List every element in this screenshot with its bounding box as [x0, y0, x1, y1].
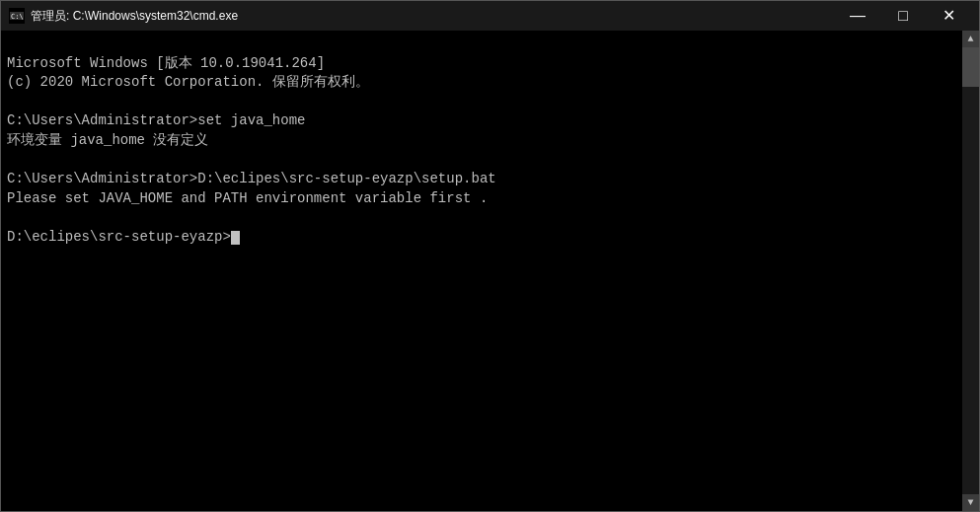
cmd-icon: C:\: [9, 8, 25, 24]
terminal-output[interactable]: Microsoft Windows [版本 10.0.19041.264] (c…: [1, 31, 962, 511]
close-button[interactable]: ✕: [926, 1, 971, 31]
terminal-cursor: [231, 231, 240, 245]
svg-text:C:\: C:\: [11, 13, 24, 21]
maximize-button[interactable]: □: [880, 1, 926, 31]
title-bar-text: 管理员: C:\Windows\system32\cmd.exe: [31, 8, 835, 25]
scroll-up-button[interactable]: ▲: [962, 31, 979, 47]
content-area: Microsoft Windows [版本 10.0.19041.264] (c…: [1, 31, 979, 511]
scroll-down-button[interactable]: ▼: [962, 494, 979, 511]
minimize-button[interactable]: —: [835, 1, 880, 31]
title-bar: C:\ 管理员: C:\Windows\system32\cmd.exe — □…: [1, 1, 979, 31]
scrollbar: ▲ ▼: [962, 31, 979, 511]
cmd-window: C:\ 管理员: C:\Windows\system32\cmd.exe — □…: [0, 0, 980, 512]
scrollbar-track: [962, 47, 979, 494]
title-bar-controls: — □ ✕: [835, 1, 971, 31]
terminal-line-1: Microsoft Windows [版本 10.0.19041.264] (c…: [7, 55, 496, 245]
scrollbar-thumb[interactable]: [962, 47, 979, 87]
